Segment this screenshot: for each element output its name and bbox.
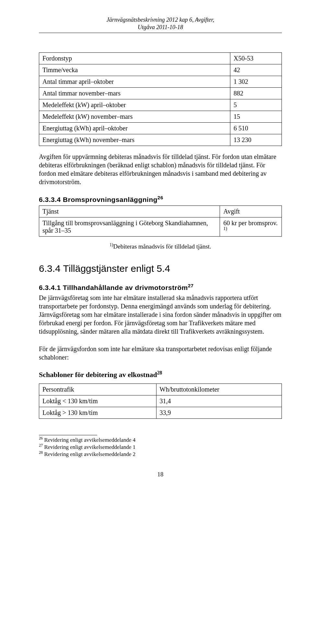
cell-label: Antal timmar november–mars bbox=[39, 88, 230, 99]
cell-label: Medeleffekt (kW) november–mars bbox=[39, 111, 230, 123]
section-number: 6.3.4 bbox=[39, 263, 61, 274]
header-rule bbox=[39, 33, 282, 33]
table-head-row: Tjänst Avgift bbox=[39, 206, 282, 217]
cell-value: 60 kr per bromsprov. 1) bbox=[220, 217, 282, 237]
cell-value: 5 bbox=[230, 99, 282, 111]
table-row: Tillgång till bromsprovsanläggning i Göt… bbox=[39, 217, 282, 237]
document-header: Järnvägsnätsbeskrivning 2012 kap 6, Avgi… bbox=[39, 16, 282, 31]
table-head-row: Persontrafik Wh/bruttotonkilometer bbox=[39, 384, 282, 395]
cell-value: X50-53 bbox=[230, 53, 282, 64]
cell-label: Antal timmar april–oktober bbox=[39, 76, 230, 88]
footnote-num: 26 bbox=[39, 436, 43, 440]
footnote-26: 26 Revidering enligt avvikelsemeddelande… bbox=[39, 437, 282, 444]
footnote-num: 27 bbox=[39, 443, 43, 448]
table-row: Timme/vecka42 bbox=[39, 64, 282, 76]
table-row: Medeleffekt (kW) april–oktober5 bbox=[39, 99, 282, 111]
table-row: FordonstypX50-53 bbox=[39, 53, 282, 64]
paragraph-schablon-intro: För de järnvägsfordon som inte har elmät… bbox=[39, 345, 282, 361]
footnote-ref-28: 28 bbox=[157, 370, 162, 375]
schablon-title: Schabloner för debitering av elkostnad bbox=[39, 371, 157, 379]
note1-sup: 1) bbox=[109, 242, 113, 247]
note1-text: Debiteras månadsvis för tilldelad tjänst… bbox=[113, 243, 211, 250]
cell-value: 882 bbox=[230, 88, 282, 99]
table-row: Antal timmar november–mars882 bbox=[39, 88, 282, 99]
footnote-28: 28 Revidering enligt avvikelsemeddelande… bbox=[39, 451, 282, 458]
table-row: Antal timmar april–oktober1 302 bbox=[39, 76, 282, 88]
table-row: Loktåg < 130 km/tim 31,4 bbox=[39, 395, 282, 407]
cell-label: Medeleffekt (kW) april–oktober bbox=[39, 99, 230, 111]
vehicle-energy-table: FordonstypX50-53 Timme/vecka42 Antal tim… bbox=[39, 52, 282, 146]
cell-label: Fordonstyp bbox=[39, 53, 230, 64]
page-container: Järnvägsnätsbeskrivning 2012 kap 6, Avgi… bbox=[0, 0, 311, 491]
section-title: Tilläggstjänster enligt 5.4 bbox=[63, 263, 170, 274]
col-head: Persontrafik bbox=[39, 384, 156, 395]
footnote-text: Revidering enligt avvikelsemeddelande 2 bbox=[43, 451, 135, 457]
cell-label: Tillgång till bromsprovsanläggning i Göt… bbox=[39, 217, 220, 237]
footnotes-block: 26 Revidering enligt avvikelsemeddelande… bbox=[39, 437, 282, 458]
cell-value-text: 60 kr per bromsprov. bbox=[223, 219, 278, 227]
schablon-table: Persontrafik Wh/bruttotonkilometer Loktå… bbox=[39, 383, 282, 419]
col-head: Tjänst bbox=[39, 206, 220, 217]
footnote-ref-26: 26 bbox=[157, 195, 163, 200]
cell-value: 31,4 bbox=[156, 395, 282, 407]
section-title: Bromsprovningsanläggning bbox=[63, 196, 157, 203]
table-row: Loktåg > 130 km/tim 33,9 bbox=[39, 407, 282, 419]
footnote-num: 28 bbox=[39, 450, 43, 455]
footnote-ref-27: 27 bbox=[188, 283, 194, 288]
section-6334-heading: 6.3.3.4 Bromsprovningsanläggning26 bbox=[39, 196, 282, 204]
section-title: Tillhandahållande av drivmotorström bbox=[63, 284, 188, 291]
cell-value: 42 bbox=[230, 64, 282, 76]
footnote-text: Revidering enligt avvikelsemeddelande 1 bbox=[43, 444, 135, 450]
col-head: Wh/bruttotonkilometer bbox=[156, 384, 282, 395]
cell-value: 6 510 bbox=[230, 123, 282, 134]
section-634-heading: 6.3.4 Tilläggstjänster enligt 5.4 bbox=[39, 263, 282, 274]
header-line-2: Utgåva 2011-10-18 bbox=[39, 24, 282, 31]
schablon-heading: Schabloner för debitering av elkostnad28 bbox=[39, 371, 282, 379]
cell-label: Energiuttag (kWh) november–mars bbox=[39, 134, 230, 146]
cell-value: 15 bbox=[230, 111, 282, 123]
cell-label: Loktåg < 130 km/tim bbox=[39, 395, 156, 407]
cell-value: 1 302 bbox=[230, 76, 282, 88]
table-row: Energiuttag (kWh) april–oktober6 510 bbox=[39, 123, 282, 134]
cell-value: 33,9 bbox=[156, 407, 282, 419]
footnote-text: Revidering enligt avvikelsemeddelande 4 bbox=[43, 437, 135, 443]
paragraph-heating-fee: Avgiften för uppvärmning debiteras månad… bbox=[39, 152, 282, 186]
footnote-27: 27 Revidering enligt avvikelsemeddelande… bbox=[39, 444, 282, 451]
section-number: 6.3.4.1 bbox=[39, 284, 61, 291]
cell-footnote-ref: 1) bbox=[223, 226, 227, 231]
header-line-1: Järnvägsnätsbeskrivning 2012 kap 6, Avgi… bbox=[39, 16, 282, 24]
section-6341-heading: 6.3.4.1 Tillhandahållande av drivmotorst… bbox=[39, 284, 282, 292]
col-head: Avgift bbox=[220, 206, 282, 217]
footnotes-separator bbox=[39, 435, 97, 435]
page-number: 18 bbox=[39, 471, 282, 478]
paragraph-drivmotor: De järnvägsföretag som inte har elmätare… bbox=[39, 294, 282, 336]
cell-label: Loktåg > 130 km/tim bbox=[39, 407, 156, 419]
table-row: Energiuttag (kWh) november–mars13 230 bbox=[39, 134, 282, 146]
section-number: 6.3.3.4 bbox=[39, 196, 61, 203]
table-row: Medeleffekt (kW) november–mars15 bbox=[39, 111, 282, 123]
cell-value: 13 230 bbox=[230, 134, 282, 146]
cell-label: Energiuttag (kWh) april–oktober bbox=[39, 123, 230, 134]
cell-label: Timme/vecka bbox=[39, 64, 230, 76]
table-footnote-1: 1)Debiteras månadsvis för tilldelad tjän… bbox=[39, 243, 282, 250]
brake-test-table: Tjänst Avgift Tillgång till bromsprovsan… bbox=[39, 205, 282, 237]
